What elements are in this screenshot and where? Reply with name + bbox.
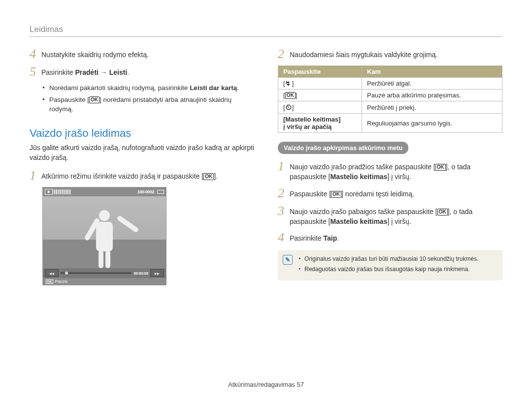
person-silhouette [91, 210, 118, 268]
section-heading: Vaizdo įrašo leidimas [30, 127, 254, 140]
table-header: Kam [362, 66, 502, 78]
track [61, 272, 132, 274]
battery-icon [157, 190, 164, 194]
step-5: 5 Pasirinkite Pradėti → Leisti. [30, 65, 254, 78]
timer-icon: ⏲ [285, 103, 292, 110]
text: ] į viršų. [387, 217, 411, 225]
step-text: Naujo vaizdo įrašo pabaigos taške paspau… [290, 205, 502, 227]
step-number: 4 [30, 48, 41, 61]
text: Naujo vaizdo įrašo pabaigos taške paspau… [290, 208, 437, 216]
step-text: Nustatykite skaidrių rodymo efektą. [41, 48, 149, 60]
thumb-progressbar: ◀◀ 00:00:03 ▶▶ [43, 268, 166, 278]
bullet-item: Norėdami pakartoti skaidrių rodymą, pasi… [42, 83, 254, 93]
desc-cell: Reguliuojamas garsumo lygis. [362, 114, 502, 133]
step-number: 4 [278, 231, 290, 244]
controls-table: Paspauskite Kam [↯] Peržiūrėti atgal. [O… [278, 65, 502, 133]
thumb-footer: OK Pauzė [43, 278, 166, 285]
page: Leidimas 4 Nustatykite skaidrių rodymo e… [0, 0, 532, 300]
step-text: Naujo vaizdo įrašo pradžios taške paspau… [290, 160, 502, 182]
ff-button-icon: ▶▶ [150, 269, 164, 277]
text: ]. [214, 172, 218, 180]
thumb-topbar: 100-0002 [43, 187, 166, 196]
left-column: 4 Nustatykite skaidrių rodymo efektą. 5 … [30, 48, 254, 285]
text: Paspauskite [ [49, 96, 89, 103]
subheading-pill: Vaizdo įrašo apkirpimas atkūrimo metu [278, 142, 408, 154]
header-rule [30, 36, 502, 37]
button-cell: [⏲] [278, 101, 362, 114]
thumb-body [43, 196, 166, 268]
trim-step-1: 1 Naujo vaizdo įrašo pradžios taške pasp… [278, 160, 502, 182]
step-text: Atkūrimo režimu išrinkite vaizdo įrašą i… [41, 169, 218, 181]
step-2: 2 Naudodamiesi šiais mygtukais valdykite… [278, 48, 502, 61]
section-lead: Jūs galite atkurti vaizdo įrašą, nufotog… [30, 143, 254, 163]
signal-icon [54, 189, 71, 194]
step-text: Paspauskite [OK] norėdami tęsti leidimą. [290, 187, 414, 199]
desc-cell: Peržiūrėti į priekį. [362, 101, 502, 114]
play-icon [45, 189, 53, 195]
step-1: 1 Atkūrimo režimu išrinkite vaizdo įrašą… [30, 169, 254, 182]
step-number: 1 [278, 160, 290, 173]
table-row: [↯] Peržiūrėti atgal. [278, 78, 502, 90]
bullet-item: Paspauskite [OK] norėdami pristabdyti ar… [42, 95, 254, 114]
thumb-time: 00:00:03 [133, 271, 148, 276]
text: . [237, 84, 239, 92]
step-number: 1 [30, 169, 41, 182]
trim-step-3: 3 Naujo vaizdo įrašo pabaigos taške pasp… [278, 205, 502, 227]
table-row: [⏲] Peržiūrėti į priekį. [278, 101, 502, 114]
bold-text: Mastelio keitimas [331, 173, 388, 181]
trim-step-4: 4 Pasirinkite Taip. [278, 231, 502, 244]
table-row: [Mastelio keitimas] į viršų ar apačią Re… [278, 114, 502, 133]
right-column: 2 Naudodamiesi šiais mygtukais valdykite… [278, 48, 502, 285]
text: Norėdami pakartoti skaidrių rodymą, pasi… [49, 84, 190, 92]
step-number: 5 [30, 65, 41, 78]
note-item: Redaguotas vaizdo įrašas bus išsaugotas … [299, 265, 496, 274]
thumb-counter: 100-0002 [137, 189, 154, 194]
bold-text: Mastelio keitimas [331, 217, 388, 225]
text: Naujo vaizdo įrašo pradžios taške paspau… [290, 163, 435, 171]
bold-text: Leisti dar kartą [190, 84, 237, 92]
text: . [127, 68, 129, 76]
text: Pasirinkite [41, 68, 75, 76]
text: ] į viršų. [387, 173, 411, 181]
step-text: Naudodamiesi šiais mygtukais valdykite g… [290, 48, 437, 60]
step-text: Pasirinkite Pradėti → Leisti. [41, 65, 129, 77]
text: Pasirinkite [290, 234, 323, 242]
ok-icon: OK [285, 92, 296, 99]
note-item: Originalus vaizdo įrašas turi būti mažia… [299, 255, 496, 263]
bold-text: Leisti [109, 68, 128, 76]
bold-text: į viršų ar apačią [283, 123, 332, 130]
note-box: ✎ Originalus vaizdo įrašas turi būti maž… [278, 250, 502, 280]
table-header-row: Paspauskite Kam [278, 66, 502, 78]
text: Atkūrimo režimu išrinkite vaizdo įrašą i… [41, 172, 203, 180]
step-4: 4 Nustatykite skaidrių rodymo efektą. [30, 48, 254, 61]
ok-icon: OK [89, 96, 100, 103]
text: . [337, 234, 339, 242]
button-cell: [OK] [278, 90, 362, 101]
text: Paspauskite [ [290, 190, 331, 198]
bold-text: [Mastelio keitimas] [283, 116, 340, 123]
video-thumbnail: 100-0002 ◀◀ 00:00:03 ▶▶ [42, 187, 166, 285]
step-number: 3 [278, 205, 290, 217]
ok-icon: OK [203, 173, 214, 180]
columns: 4 Nustatykite skaidrių rodymo efektą. 5 … [30, 48, 502, 285]
rew-button-icon: ◀◀ [45, 269, 59, 277]
section-header: Leidimas [30, 25, 502, 34]
desc-cell: Pauzė arba atkūrimo pratęsimas. [362, 90, 502, 101]
bold-text: Taip [323, 234, 337, 242]
note-icon: ✎ [283, 255, 293, 265]
flash-icon: ↯ [285, 80, 292, 87]
button-cell: [↯] [278, 78, 362, 90]
step-number: 2 [278, 48, 290, 61]
table-header: Paspauskite [278, 66, 362, 78]
sub-bullets: Norėdami pakartoti skaidrių rodymą, pasi… [42, 83, 254, 114]
ok-icon: OK [435, 164, 446, 171]
thumb-footer-label: Pauzė [55, 279, 68, 284]
desc-cell: Peržiūrėti atgal. [362, 78, 502, 90]
table-row: [OK] Pauzė arba atkūrimo pratęsimas. [278, 90, 502, 101]
trim-step-2: 2 Paspauskite [OK] norėdami tęsti leidim… [278, 187, 502, 200]
ok-icon: OK [331, 191, 341, 198]
ok-icon: OK [437, 209, 448, 216]
text: ] norėdami tęsti leidimą. [341, 190, 414, 198]
step-text: Pasirinkite Taip. [290, 231, 339, 243]
arrow-text: → [99, 68, 109, 76]
